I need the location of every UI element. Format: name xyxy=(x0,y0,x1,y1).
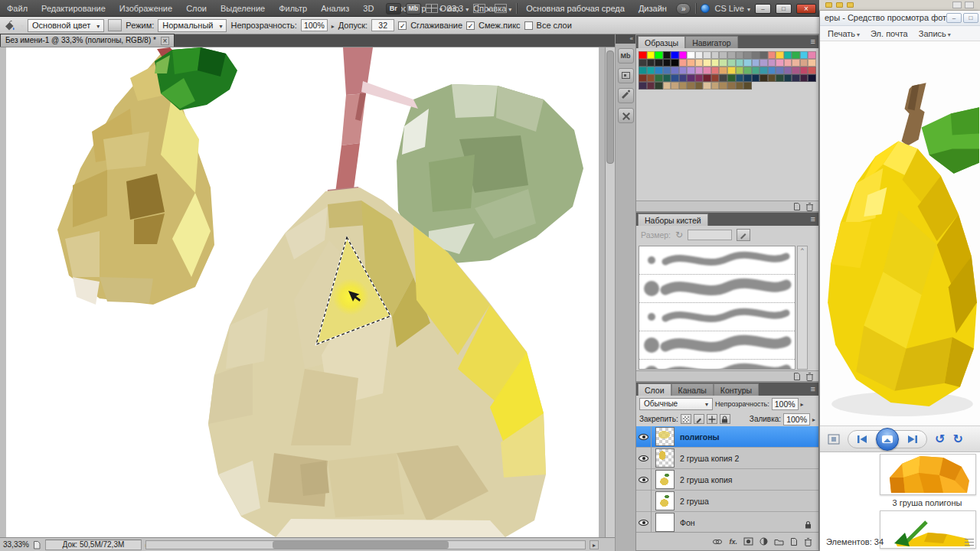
color-swatch[interactable] xyxy=(800,74,808,82)
panel-menu-icon[interactable] xyxy=(811,214,815,223)
color-swatch[interactable] xyxy=(719,51,727,59)
tab-channels[interactable]: Каналы xyxy=(671,383,714,396)
brush-preset[interactable] xyxy=(639,360,795,370)
color-swatch[interactable] xyxy=(711,67,720,74)
paint-bucket-icon[interactable] xyxy=(3,19,15,31)
tab-layers[interactable]: Слои xyxy=(638,383,671,396)
color-swatch[interactable] xyxy=(687,82,695,90)
color-swatch[interactable] xyxy=(743,74,752,82)
close-button[interactable] xyxy=(796,4,816,14)
trash-icon[interactable] xyxy=(805,202,814,211)
color-swatch[interactable] xyxy=(687,74,695,82)
hscroll-right-arrow[interactable] xyxy=(590,540,599,549)
brush-size-input[interactable] xyxy=(688,230,732,240)
color-swatch[interactable] xyxy=(655,59,663,67)
bridge-button[interactable]: Br xyxy=(386,3,401,15)
color-swatch[interactable] xyxy=(760,74,768,82)
color-swatch[interactable] xyxy=(703,59,711,67)
color-swatch[interactable] xyxy=(736,74,744,82)
color-swatch[interactable] xyxy=(808,67,816,74)
arrange-documents-dropdown[interactable] xyxy=(473,4,490,13)
brush-preset[interactable] xyxy=(639,303,795,331)
color-swatch[interactable] xyxy=(727,74,736,82)
mini-bridge-button[interactable]: Mb xyxy=(406,3,421,15)
view-options-icon[interactable] xyxy=(965,539,974,546)
antialias-checkbox[interactable] xyxy=(398,21,407,30)
color-swatch[interactable] xyxy=(784,59,792,67)
layer-mask-icon[interactable] xyxy=(743,537,753,546)
color-swatch[interactable] xyxy=(768,67,776,74)
color-swatch[interactable] xyxy=(647,59,655,67)
color-swatch[interactable] xyxy=(752,74,760,82)
color-swatch[interactable] xyxy=(719,67,727,74)
color-swatch[interactable] xyxy=(792,67,800,74)
color-swatch[interactable] xyxy=(752,59,760,67)
color-swatch[interactable] xyxy=(695,59,704,67)
color-swatch[interactable] xyxy=(776,59,784,67)
color-swatch[interactable] xyxy=(711,59,720,67)
trash-icon[interactable] xyxy=(805,372,814,381)
layer-row[interactable]: 2 груша копия 2 xyxy=(636,448,818,469)
tab-navigator[interactable]: Навигатор xyxy=(685,36,737,48)
color-swatch[interactable] xyxy=(663,82,671,90)
color-swatch[interactable] xyxy=(719,59,727,67)
color-swatch[interactable] xyxy=(695,51,704,59)
color-swatch[interactable] xyxy=(671,82,679,90)
menu-item[interactable]: Изображение xyxy=(113,0,179,17)
color-swatch[interactable] xyxy=(687,51,695,59)
color-swatch[interactable] xyxy=(736,82,744,90)
tools-panel-button[interactable] xyxy=(618,108,634,123)
workspace-primary-button[interactable]: Основная рабочая среда xyxy=(521,4,629,13)
lock-position-button[interactable] xyxy=(707,414,717,424)
new-swatch-icon[interactable] xyxy=(793,202,801,211)
color-swatch[interactable] xyxy=(679,82,688,90)
color-swatch[interactable] xyxy=(671,59,679,67)
color-swatch[interactable] xyxy=(679,59,688,67)
color-swatch[interactable] xyxy=(792,59,800,67)
layer-opacity-spinner[interactable] xyxy=(801,399,804,408)
history-panel-button[interactable] xyxy=(618,68,634,83)
color-swatch[interactable] xyxy=(727,59,736,67)
layer-thumbnail[interactable] xyxy=(655,491,675,510)
tab-brush-presets[interactable]: Наборы кистей xyxy=(638,214,708,226)
color-swatch[interactable] xyxy=(736,59,744,67)
close-icon[interactable]: × xyxy=(161,37,169,45)
viewer-menu-button[interactable]: Эл. почта xyxy=(871,29,908,38)
all-layers-checkbox[interactable] xyxy=(524,21,533,30)
color-swatch[interactable] xyxy=(679,51,688,59)
layer-fill-spinner[interactable] xyxy=(812,415,815,423)
layer-visibility-toggle[interactable] xyxy=(636,469,652,491)
color-swatch[interactable] xyxy=(808,59,816,67)
tab-paths[interactable]: Контуры xyxy=(714,383,759,396)
mini-bridge-panel-button[interactable]: Mb xyxy=(618,48,634,64)
color-swatch[interactable] xyxy=(703,82,711,90)
color-swatch[interactable] xyxy=(647,74,655,82)
color-swatch[interactable] xyxy=(792,74,800,82)
brush-preset[interactable] xyxy=(639,331,795,360)
workspace-design-button[interactable]: Дизайн xyxy=(634,4,671,13)
tool-preset-caret[interactable] xyxy=(19,21,24,30)
color-swatch[interactable] xyxy=(663,51,671,59)
layer-row[interactable]: 2 груша копия xyxy=(636,469,818,491)
layer-visibility-toggle[interactable] xyxy=(636,491,652,512)
opacity-input[interactable]: 100% xyxy=(301,19,328,31)
color-swatch[interactable] xyxy=(703,67,711,74)
color-swatch[interactable] xyxy=(663,59,671,67)
fill-source-dropdown[interactable]: Основной цвет xyxy=(28,19,104,32)
workspace-overflow-button[interactable]: » xyxy=(676,3,691,15)
panel-menu-icon[interactable] xyxy=(811,37,815,46)
layer-thumbnail[interactable] xyxy=(655,427,675,446)
color-swatch[interactable] xyxy=(719,82,727,90)
color-swatch[interactable] xyxy=(768,51,776,59)
color-swatch[interactable] xyxy=(663,74,671,82)
layer-row[interactable]: полигоны xyxy=(636,426,818,448)
color-swatch[interactable] xyxy=(727,67,736,74)
canvas-area[interactable] xyxy=(0,47,615,537)
vertical-scrollbar[interactable] xyxy=(605,47,615,537)
color-swatch[interactable] xyxy=(800,59,808,67)
horizontal-scrollbar[interactable] xyxy=(145,540,586,549)
rotate-ccw-icon[interactable] xyxy=(935,432,945,446)
color-swatch[interactable] xyxy=(663,67,671,74)
color-swatch[interactable] xyxy=(639,74,647,82)
layer-group-icon[interactable] xyxy=(774,538,784,546)
